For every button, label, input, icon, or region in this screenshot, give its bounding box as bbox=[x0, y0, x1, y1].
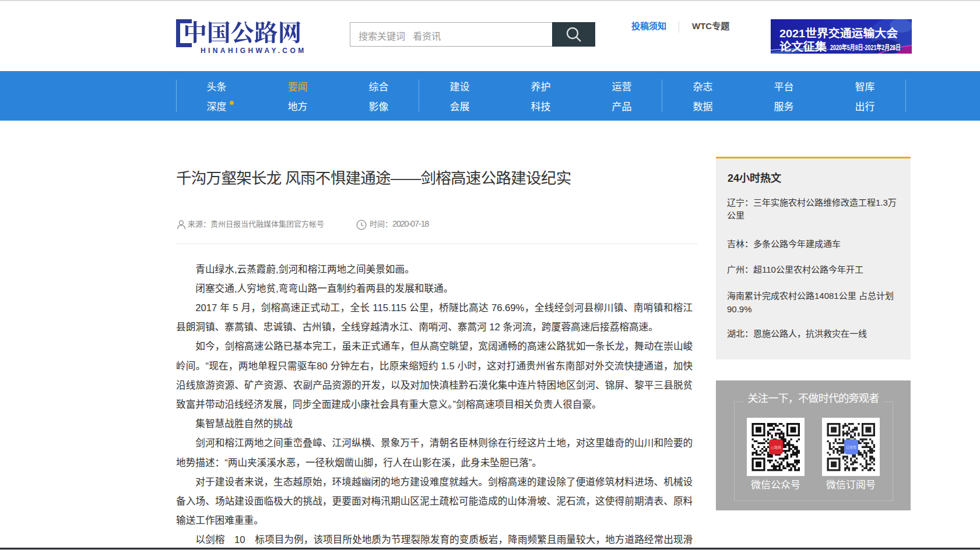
svg-text:2021世界交通运输大会: 2021世界交通运输大会 bbox=[779, 27, 898, 40]
svg-text:2020年5月8日-2021年2月28日: 2020年5月8日-2021年2月28日 bbox=[830, 43, 901, 52]
svg-text:公路网: 公路网 bbox=[771, 445, 781, 450]
svg-text:订阅号: 订阅号 bbox=[846, 445, 856, 450]
svg-text:论文征集: 论文征集 bbox=[779, 40, 827, 53]
